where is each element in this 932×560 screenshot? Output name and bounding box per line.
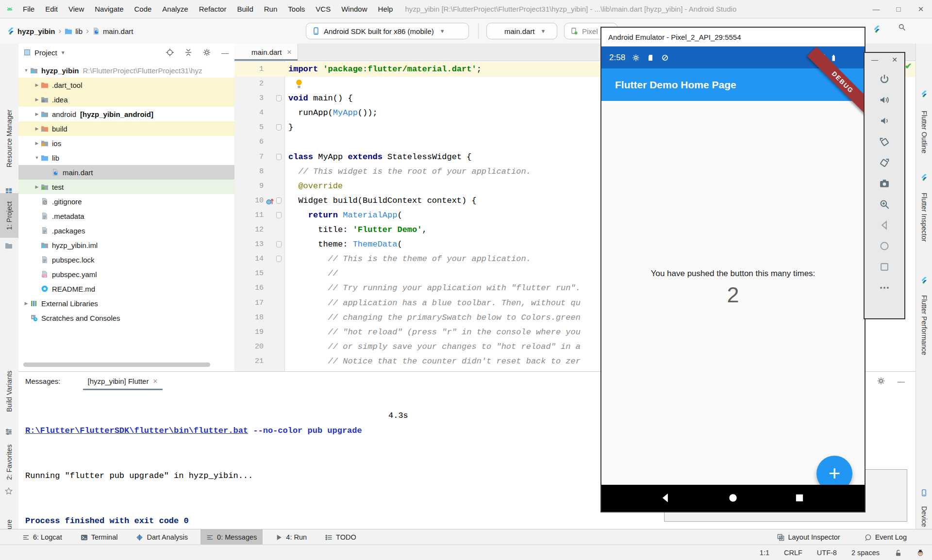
search-everywhere-icon[interactable]	[898, 23, 906, 31]
file-encoding[interactable]: UTF-8	[817, 549, 837, 557]
tree-item-lib[interactable]: ▼lib	[18, 150, 234, 165]
caret-position[interactable]: 1:1	[760, 549, 769, 557]
chevron-right-icon[interactable]: ▶	[33, 184, 41, 189]
phone-icon[interactable]	[920, 489, 928, 496]
emulator-volume-up-button[interactable]	[878, 94, 891, 106]
tree-item-hyzp-yibin[interactable]: ▼hyzp_yibinR:\FlutterProject\FlutterProj…	[18, 63, 234, 78]
horizontal-scrollbar[interactable]	[23, 362, 210, 367]
chevron-down-icon[interactable]: ▼	[22, 68, 30, 73]
locate-file-icon[interactable]	[166, 49, 174, 56]
menu-edit[interactable]: Edit	[40, 5, 63, 13]
emulator-more-button[interactable]	[878, 281, 891, 294]
menu-window[interactable]: Window	[336, 5, 372, 13]
tree-item-build[interactable]: ▶build	[18, 121, 234, 136]
emulator-home-button[interactable]	[878, 240, 891, 252]
menu-help[interactable]: Help	[373, 5, 399, 13]
toolwindow-button-dart-analysis[interactable]: Dart Analysis	[130, 529, 194, 545]
emulator-rotate-left-button[interactable]	[878, 135, 891, 148]
inspections-ok-icon[interactable]: ✔	[905, 61, 912, 71]
settings-gear-icon[interactable]	[877, 377, 885, 385]
build-variants-icon[interactable]	[5, 428, 13, 436]
hide-panel-icon[interactable]: —	[898, 377, 905, 385]
emulator-volume-down-button[interactable]	[878, 115, 891, 127]
nav-home-icon[interactable]	[728, 493, 738, 503]
stripe-favorites[interactable]: 2: Favorites	[0, 440, 18, 484]
menu-view[interactable]: View	[63, 5, 89, 13]
override-method-gutter-icon[interactable]	[266, 197, 274, 205]
device-selector[interactable]: Android SDK built for x86 (mobile) ▼	[306, 23, 469, 39]
tree-item-hyzp-yibin-iml[interactable]: hyzp_yibin.iml	[18, 238, 234, 252]
settings-gear-icon[interactable]	[203, 49, 211, 56]
menu-run[interactable]: Run	[259, 5, 283, 13]
toolwindow-button-layout-inspector[interactable]: Layout Inspector	[771, 529, 846, 545]
tab-main-dart[interactable]: main.dart ✕	[234, 44, 298, 61]
emulator-screen[interactable]: 2:58 Flutter Demo Home Page DEBUG	[601, 47, 865, 511]
emulator-power-button[interactable]	[878, 73, 891, 85]
inspection-profile-icon[interactable]	[916, 549, 924, 557]
menu-analyze[interactable]: Analyze	[157, 5, 193, 13]
unlock-icon[interactable]	[894, 549, 902, 557]
stripe-project[interactable]: 1: Project	[0, 193, 18, 238]
emulator-overview-button[interactable]	[878, 261, 891, 273]
menu-tools[interactable]: Tools	[283, 5, 310, 13]
nav-back-icon[interactable]	[660, 493, 671, 503]
emulator-back-button[interactable]	[878, 219, 891, 231]
tree-item--idea[interactable]: ▶.idea	[18, 92, 234, 107]
emulator-rotate-right-button[interactable]	[878, 156, 891, 169]
line-ending[interactable]: CRLF	[784, 549, 802, 557]
tree-item--dart-tool[interactable]: ▶.dart_tool	[18, 78, 234, 92]
tree-item-ios[interactable]: ▶ios	[18, 136, 234, 150]
chevron-down-icon[interactable]: ▼	[61, 50, 66, 55]
toolwindow-button-4-run[interactable]: 4: Run	[269, 529, 313, 545]
intention-bulb-icon[interactable]	[295, 79, 303, 89]
menu-file[interactable]: File	[17, 5, 40, 13]
flutter-attach-icon[interactable]	[873, 25, 881, 33]
emulator-close-button[interactable]: ✕	[892, 56, 898, 64]
tree-item--packages[interactable]: .packages	[18, 223, 234, 238]
project-folder-icon[interactable]	[5, 242, 13, 249]
emulator-zoom-button[interactable]	[878, 198, 891, 211]
toolwindow-button-0-messages[interactable]: 0: Messages	[200, 529, 263, 545]
toolwindow-button-terminal[interactable]: Terminal	[75, 529, 124, 545]
stripe-flutter-outline[interactable]: Flutter Outline	[916, 100, 932, 164]
indent-setting[interactable]: 2 spaces	[851, 549, 880, 557]
emulator-screenshot-button[interactable]	[878, 177, 891, 190]
tree-item-scratches-and-consoles[interactable]: Scratches and Consoles	[18, 311, 234, 325]
fold-marker-icon[interactable]	[276, 256, 282, 262]
chevron-down-icon[interactable]: ▼	[33, 155, 41, 160]
menu-vcs[interactable]: VCS	[310, 5, 336, 13]
tree-item-pubspec-lock[interactable]: pubspec.lock	[18, 252, 234, 267]
stripe-flutter-inspector[interactable]: Flutter Inspector	[916, 183, 932, 251]
flutter-icon[interactable]	[920, 90, 928, 98]
fold-marker-icon[interactable]	[276, 95, 282, 101]
menu-navigate[interactable]: Navigate	[89, 5, 129, 13]
chevron-right-icon[interactable]: ▶	[22, 301, 30, 306]
close-tab-icon[interactable]: ✕	[152, 378, 158, 385]
nav-overview-icon[interactable]	[794, 493, 805, 503]
toolwindow-button-6-logcat[interactable]: 6: Logcat	[17, 529, 68, 545]
hide-panel-icon[interactable]: —	[221, 49, 229, 57]
tree-item-test[interactable]: ▶test	[18, 180, 234, 194]
window-close-button[interactable]: ✕	[910, 5, 932, 14]
fold-marker-icon[interactable]	[276, 212, 282, 218]
flutter-console-tab[interactable]: [hyzp_yibin] Flutter ✕	[83, 372, 163, 390]
chevron-right-icon[interactable]: ▶	[33, 112, 41, 116]
breadcrumb-item[interactable]: hyzp_yibin	[7, 27, 55, 35]
toolwindow-button-event-log[interactable]: Event Log	[859, 529, 913, 545]
window-maximize-button[interactable]: □	[887, 5, 910, 13]
stripe-flutter-performance[interactable]: Flutter Performance	[916, 286, 932, 364]
tree-item-external-libraries[interactable]: ▶External Libraries	[18, 296, 234, 311]
fold-marker-icon[interactable]	[276, 154, 282, 160]
chevron-right-icon[interactable]: ▶	[33, 126, 41, 131]
tree-item-main-dart[interactable]: main.dart	[18, 165, 234, 180]
close-tab-icon[interactable]: ✕	[287, 49, 292, 56]
breadcrumb-item[interactable]: lib	[65, 27, 83, 35]
menu-build[interactable]: Build	[232, 5, 258, 13]
window-minimize-button[interactable]: —	[865, 5, 887, 13]
stripe-resource-manager[interactable]: Resource Manager	[0, 92, 18, 184]
stripe-build-variants[interactable]: Build Variants	[0, 357, 18, 425]
tree-item-android[interactable]: ▶android[hyzp_yibin_android]	[18, 107, 234, 121]
project-panel-title[interactable]: Project	[34, 49, 57, 57]
fold-marker-icon[interactable]	[276, 124, 282, 131]
collapse-all-icon[interactable]	[184, 49, 192, 56]
